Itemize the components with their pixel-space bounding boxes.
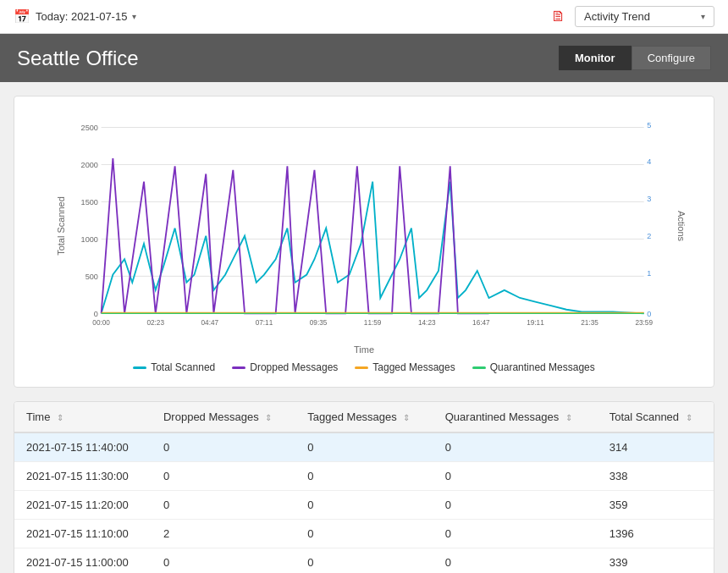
pdf-icon[interactable]: 🗎 (551, 8, 566, 25)
cell-3-2: 0 (295, 520, 433, 548)
legend-dropped: Dropped Messages (232, 361, 338, 373)
today-label: Today: 2021-07-15 (36, 10, 127, 23)
data-table: Time ⇕ Dropped Messages ⇕ Tagged Message… (14, 402, 714, 573)
table-row: 2021-07-15 11:10:002001396 (14, 520, 714, 548)
svg-text:21:35: 21:35 (581, 319, 598, 327)
cell-3-1: 2 (152, 520, 295, 548)
cell-2-0: 2021-07-15 11:20:00 (14, 491, 152, 520)
svg-text:16:47: 16:47 (472, 319, 490, 327)
svg-text:09:35: 09:35 (310, 319, 328, 327)
table-header-row: Time ⇕ Dropped Messages ⇕ Tagged Message… (14, 402, 714, 433)
legend-label-dropped: Dropped Messages (250, 361, 338, 373)
today-section[interactable]: 📅 Today: 2021-07-15 ▾ (14, 8, 136, 25)
svg-text:04:47: 04:47 (201, 319, 219, 327)
cell-0-3: 0 (433, 433, 598, 462)
svg-text:2500: 2500 (81, 124, 98, 132)
svg-text:4: 4 (647, 157, 651, 166)
cell-1-3: 0 (433, 462, 598, 491)
cell-1-1: 0 (152, 462, 295, 491)
legend-total-scanned: Total Scanned (133, 361, 215, 373)
chart-wrapper: Total Scanned Actions 0 500 1000 1500 20… (70, 110, 659, 341)
y-left-axis-label: Total Scanned (56, 196, 66, 256)
col-dropped[interactable]: Dropped Messages ⇕ (152, 402, 295, 433)
cell-4-2: 0 (295, 548, 433, 574)
legend-color-tagged (355, 366, 368, 369)
dropdown-arrow-icon: ▾ (701, 12, 705, 21)
sort-time-icon[interactable]: ⇕ (57, 413, 63, 422)
svg-text:2000: 2000 (81, 161, 98, 169)
calendar-icon: 📅 (14, 8, 30, 25)
legend-label-tagged: Tagged Messages (372, 361, 455, 373)
svg-text:1500: 1500 (81, 198, 98, 207)
legend-label-quarantined: Quarantined Messages (490, 361, 595, 373)
legend-quarantined: Quarantined Messages (472, 361, 595, 373)
top-bar: 📅 Today: 2021-07-15 ▾ 🗎 Activity Trend ▾ (0, 0, 728, 34)
table-card: Time ⇕ Dropped Messages ⇕ Tagged Message… (14, 401, 714, 573)
cell-4-1: 0 (152, 548, 295, 574)
sort-tagged-icon[interactable]: ⇕ (403, 413, 410, 422)
svg-text:19:11: 19:11 (527, 319, 544, 327)
legend-color-total-scanned (133, 366, 146, 369)
legend-tagged: Tagged Messages (355, 361, 455, 373)
legend-color-quarantined (472, 366, 486, 369)
table-row: 2021-07-15 11:30:00000338 (14, 462, 714, 491)
col-quarantined[interactable]: Quarantined Messages ⇕ (433, 402, 598, 433)
cell-0-2: 0 (295, 433, 433, 462)
table-row: 2021-07-15 11:40:00000314 (14, 433, 714, 462)
main-content: Total Scanned Actions 0 500 1000 1500 20… (0, 82, 728, 573)
activity-trend-dropdown[interactable]: Activity Trend ▾ (575, 6, 714, 27)
page-title: Seattle Office (17, 47, 139, 70)
y-right-axis-label: Actions (676, 210, 687, 240)
cell-1-4: 338 (598, 462, 714, 491)
cell-3-4: 1396 (598, 520, 714, 548)
cell-3-0: 2021-07-15 11:10:00 (14, 520, 152, 548)
cell-1-0: 2021-07-15 11:30:00 (14, 462, 152, 491)
svg-text:3: 3 (647, 195, 651, 203)
sort-quarantined-icon[interactable]: ⇕ (565, 413, 572, 422)
monitor-button[interactable]: Monitor (559, 46, 631, 70)
cell-2-3: 0 (433, 491, 598, 520)
svg-text:1000: 1000 (81, 235, 98, 244)
svg-text:0: 0 (94, 310, 98, 318)
svg-text:500: 500 (85, 273, 98, 281)
col-time[interactable]: Time ⇕ (14, 402, 152, 433)
configure-button[interactable]: Configure (631, 46, 711, 70)
cell-4-0: 2021-07-15 11:00:00 (14, 548, 152, 574)
legend-label-total-scanned: Total Scanned (151, 361, 215, 373)
svg-text:07:11: 07:11 (256, 319, 273, 327)
dropdown-label: Activity Trend (584, 10, 650, 23)
chart-card: Total Scanned Actions 0 500 1000 1500 20… (14, 96, 714, 388)
page-header: Seattle Office Monitor Configure (0, 34, 728, 82)
svg-text:14:23: 14:23 (418, 319, 436, 327)
cell-4-3: 0 (433, 548, 598, 574)
cell-2-2: 0 (295, 491, 433, 520)
top-bar-right: 🗎 Activity Trend ▾ (551, 6, 714, 27)
sort-total-icon[interactable]: ⇕ (686, 413, 692, 422)
legend-color-dropped (232, 366, 245, 369)
svg-text:0: 0 (647, 310, 651, 318)
svg-text:02:23: 02:23 (146, 319, 164, 327)
svg-text:5: 5 (647, 121, 651, 129)
x-axis-label: Time (28, 344, 700, 355)
cell-1-2: 0 (295, 462, 433, 491)
cell-2-4: 359 (598, 491, 714, 520)
table-row: 2021-07-15 11:00:00000339 (14, 548, 714, 574)
svg-text:2: 2 (647, 232, 651, 240)
sort-dropped-icon[interactable]: ⇕ (265, 413, 272, 422)
cell-2-1: 0 (152, 491, 295, 520)
cell-4-4: 339 (598, 548, 714, 574)
col-tagged[interactable]: Tagged Messages ⇕ (295, 402, 433, 433)
svg-text:1: 1 (647, 269, 651, 278)
header-buttons: Monitor Configure (559, 46, 711, 70)
chart-legend: Total Scanned Dropped Messages Tagged Me… (28, 361, 700, 373)
svg-text:23:59: 23:59 (635, 319, 653, 327)
table-row: 2021-07-15 11:20:00000359 (14, 491, 714, 520)
svg-text:00:00: 00:00 (92, 319, 110, 327)
svg-text:11:59: 11:59 (364, 319, 382, 327)
chevron-down-icon: ▾ (132, 12, 136, 21)
col-total[interactable]: Total Scanned ⇕ (598, 402, 714, 433)
cell-3-3: 0 (433, 520, 598, 548)
chart-svg: 0 500 1000 1500 2000 2500 0 1 2 3 4 5 00… (70, 110, 659, 339)
cell-0-4: 314 (598, 433, 714, 462)
cell-0-1: 0 (152, 433, 295, 462)
